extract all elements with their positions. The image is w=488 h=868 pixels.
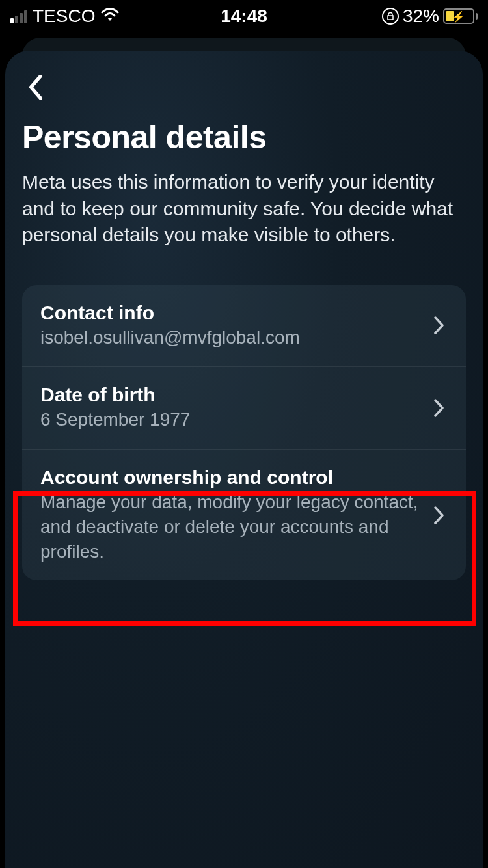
chevron-right-icon xyxy=(431,400,448,416)
date-of-birth-item[interactable]: Date of birth 6 September 1977 xyxy=(22,367,466,449)
contact-info-title: Contact info xyxy=(40,302,420,324)
settings-list: Contact info isobel.osullivan@mvfglobal.… xyxy=(22,285,466,581)
status-left: TESCO xyxy=(10,6,120,27)
signal-bars-icon xyxy=(10,9,27,23)
wifi-icon xyxy=(100,7,120,27)
contact-info-value: isobel.osullivan@mvfglobal.com xyxy=(40,325,420,350)
chevron-left-icon xyxy=(27,75,46,102)
page-title: Personal details xyxy=(22,118,466,156)
contact-info-item[interactable]: Contact info isobel.osullivan@mvfglobal.… xyxy=(22,285,466,367)
ownership-title: Account ownership and control xyxy=(40,467,420,489)
settings-sheet: Personal details Meta uses this informat… xyxy=(5,51,483,868)
chevron-right-icon xyxy=(431,507,448,524)
page-description: Meta uses this information to verify you… xyxy=(22,169,466,249)
back-button[interactable] xyxy=(22,74,51,103)
status-bar: TESCO 14:48 32% ⚡ xyxy=(0,0,488,33)
status-time: 14:48 xyxy=(221,6,267,27)
chevron-right-icon xyxy=(431,317,448,334)
dob-title: Date of birth xyxy=(40,384,420,406)
battery-icon: ⚡ xyxy=(443,8,478,24)
battery-percent: 32% xyxy=(403,6,439,27)
ownership-description: Manage your data, modify your legacy con… xyxy=(40,490,420,563)
rotation-lock-icon xyxy=(382,8,399,25)
dob-value: 6 September 1977 xyxy=(40,407,420,432)
account-ownership-item[interactable]: Account ownership and control Manage you… xyxy=(22,450,466,580)
carrier-label: TESCO xyxy=(33,6,95,27)
status-right: 32% ⚡ xyxy=(382,6,478,27)
